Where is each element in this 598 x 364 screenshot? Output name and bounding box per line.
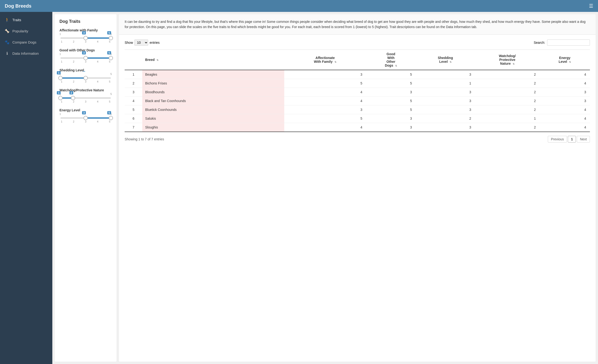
row-num: 7 (125, 123, 142, 132)
slider-energy-high-thumb[interactable]: 5 (109, 116, 113, 120)
affectionate-cell: 4 (284, 88, 366, 96)
table-body: 1 Beagles 3 5 3 2 4 2 Bichons Frises 5 5… (125, 70, 590, 132)
description-box: It can be daunting to try and find a dog… (119, 14, 596, 35)
affectionate-cell: 4 (284, 123, 366, 132)
slider-shedding-low-badge: 1 (57, 71, 61, 74)
good-with-dogs-cell: 5 (366, 96, 416, 105)
slider-good-fill (86, 57, 111, 59)
slider-energy: Energy Level 1 5 3 5 12345 (59, 108, 112, 123)
slider-good-track: 3 5 (60, 57, 111, 59)
row-num: 1 (125, 70, 142, 79)
row-num: 2 (125, 79, 142, 88)
watchdog-cell: 2 (475, 79, 540, 88)
traits-panel-title: Dog Traits (59, 19, 112, 24)
slider-good-ticks: 12345 (60, 60, 111, 63)
page-1-button[interactable]: 1 (568, 136, 576, 142)
sidebar-item-traits[interactable]: 🚶 Traits (0, 14, 52, 25)
slider-good-with-dogs: Good with Other Dogs 1 5 3 5 1234 (59, 48, 112, 63)
row-num: 3 (125, 88, 142, 96)
slider-watchdog-track: 1 2 (60, 97, 111, 99)
pagination-area: Showing 1 to 7 of 7 entries Previous 1 N… (125, 136, 590, 142)
shedding-cell: 3 (416, 105, 475, 114)
table-row: 7 Sloughis 4 3 3 2 4 (125, 123, 590, 132)
next-button[interactable]: Next (577, 136, 590, 142)
entries-label: entries (150, 41, 160, 44)
slider-affectionate-track-container: 1 5 3 5 12345 (59, 37, 112, 43)
affectionate-cell: 5 (284, 79, 366, 88)
breed-cell: Bluetick Coonhounds (142, 105, 284, 114)
shedding-cell: 3 (416, 123, 475, 132)
breed-sort-icon: ⇅ (157, 59, 158, 61)
hamburger-menu[interactable]: ☰ (589, 3, 593, 9)
sidebar-item-popularity[interactable]: 🦴 Popularity (0, 25, 52, 37)
affectionate-sort-icon: ⇅ (334, 61, 336, 63)
slider-watchdog-high-badge: 2 (69, 91, 73, 94)
popularity-icon: 🦴 (5, 29, 9, 33)
watchdog-cell: 1 (475, 114, 540, 123)
slider-energy-ticks: 12345 (60, 120, 111, 123)
slider-affectionate-high-thumb[interactable]: 5 (109, 36, 113, 40)
breed-cell: Bloodhounds (142, 88, 284, 96)
entries-select[interactable]: 10 25 50 100 (134, 40, 148, 46)
slider-energy-low-badge: 3 (82, 111, 86, 115)
table-row: 6 Salukis 5 3 2 1 4 (125, 114, 590, 123)
table-row: 2 Bichons Frises 5 5 1 2 4 (125, 79, 590, 88)
col-shedding[interactable]: SheddingLevel ⇅ (416, 50, 475, 70)
slider-energy-low-thumb[interactable]: 3 (83, 116, 88, 120)
traits-panel: Dog Traits Affectionate with Family 1 5 … (55, 14, 116, 362)
previous-button[interactable]: Previous (548, 136, 567, 142)
row-num: 4 (125, 96, 142, 105)
compare-icon: 🐾 (5, 40, 9, 44)
energy-cell: 4 (540, 105, 590, 114)
breed-cell: Black and Tan Coonhounds (142, 96, 284, 105)
pagination-buttons: Previous 1 Next (548, 136, 590, 142)
slider-good-min: 1 (59, 53, 61, 55)
slider-shedding-ticks: 12345 (60, 80, 111, 83)
slider-good-low-thumb[interactable]: 3 (83, 56, 88, 60)
affectionate-cell: 3 (284, 70, 366, 79)
traits-icon: 🚶 (5, 18, 9, 22)
col-good-with-dogs[interactable]: GoodWithOtherDogs ⇅ (366, 50, 416, 70)
energy-cell: 4 (540, 114, 590, 123)
table-row: 3 Bloodhounds 4 3 3 2 3 (125, 88, 590, 96)
col-watchdog[interactable]: Watchdog/ProtectiveNature ⇅ (475, 50, 540, 70)
slider-affectionate-low-thumb[interactable]: 3 (83, 36, 88, 40)
slider-watchdog: Watchdog/Protective Nature 1 5 1 2 (59, 88, 112, 103)
col-breed[interactable]: Breed ⇅ (142, 50, 284, 70)
breed-cell: Sloughis (142, 123, 284, 132)
description-text: It can be daunting to try and find a dog… (125, 19, 590, 30)
table-row: 4 Black and Tan Coonhounds 4 5 3 2 3 (125, 96, 590, 105)
slider-shedding-low-thumb[interactable]: 1 (58, 76, 63, 80)
slider-watchdog-label: Watchdog/Protective Nature (59, 88, 112, 92)
sidebar-item-compare[interactable]: 🐾 Compare Dogs (0, 37, 52, 48)
slider-watchdog-high-thumb[interactable]: 2 (71, 96, 75, 100)
sidebar-item-data[interactable]: ℹ Data Information (0, 48, 52, 59)
col-energy[interactable]: EnergyLevel ⇅ (540, 50, 590, 70)
watchdog-cell: 2 (475, 105, 540, 114)
col-affectionate[interactable]: AffectionateWith Family ⇅ (284, 50, 366, 70)
affectionate-cell: 3 (284, 105, 366, 114)
slider-energy-high-badge: 5 (107, 111, 111, 115)
shedding-cell: 3 (416, 96, 475, 105)
slider-good-high-badge: 5 (107, 51, 111, 55)
slider-affectionate-track: 3 5 (60, 37, 111, 39)
good-sort-icon: ⇅ (395, 65, 397, 67)
sidebar-label-traits: Traits (12, 18, 21, 22)
search-box: Search: (534, 40, 590, 46)
shedding-cell: 3 (416, 88, 475, 96)
slider-watchdog-low-thumb[interactable]: 1 (58, 96, 63, 100)
slider-watchdog-low-badge: 1 (57, 91, 61, 94)
search-input[interactable] (547, 40, 590, 46)
slider-good-low-badge: 3 (82, 51, 86, 55)
table-controls: Show 10 25 50 100 entries Search: (125, 40, 590, 46)
col-num (125, 50, 142, 70)
breed-cell: Bichons Frises (142, 79, 284, 88)
breed-cell: Beagles (142, 70, 284, 79)
slider-good-high-thumb[interactable]: 5 (109, 56, 113, 60)
info-icon: ℹ (5, 51, 9, 56)
slider-shedding-high-thumb[interactable] (83, 76, 88, 80)
watchdog-sort-icon: ⇅ (513, 63, 515, 65)
sidebar: 🚶 Traits 🦴 Popularity 🐾 Compare Dogs ℹ D… (0, 12, 52, 364)
affectionate-cell: 4 (284, 96, 366, 105)
row-num: 5 (125, 105, 142, 114)
